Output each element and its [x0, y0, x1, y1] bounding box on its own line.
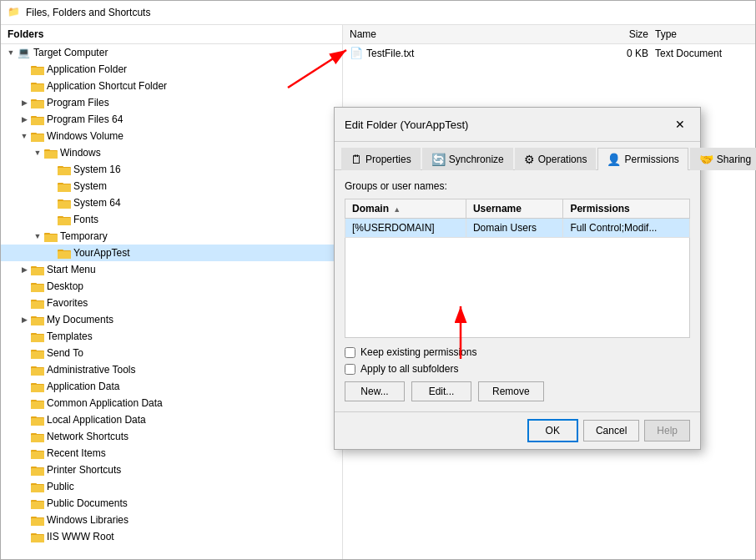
- tab-operations[interactable]: ⚙ Operations: [515, 148, 597, 170]
- keep-existing-checkbox[interactable]: [345, 347, 355, 358]
- modal-tabs: 🗒 Properties 🔄 Synchronize ⚙ Operations …: [335, 142, 700, 170]
- tree-item-common-application-data[interactable]: Common Application Data: [1, 395, 342, 411]
- tree-item-my-documents[interactable]: My Documents: [1, 311, 342, 328]
- tree-item-application-data[interactable]: Application Data: [1, 378, 342, 395]
- tree-label-administrative-tools: Administrative Tools: [47, 364, 136, 376]
- ok-button[interactable]: OK: [527, 419, 578, 442]
- tree-item-application-shortcut-folder[interactable]: Application Shortcut Folder: [1, 78, 342, 94]
- tree-item-network-shortcuts[interactable]: Network Shortcuts: [1, 428, 342, 445]
- tree-item-application-folder[interactable]: Application Folder: [1, 61, 342, 78]
- tree-item-local-application-data[interactable]: Local Application Data: [1, 411, 342, 428]
- file-icon: 📄: [350, 47, 363, 59]
- close-button[interactable]: ✕: [670, 114, 690, 134]
- help-button[interactable]: Help: [644, 420, 690, 441]
- domain-cell: [%USERDOMAIN]: [345, 219, 466, 238]
- remove-button[interactable]: Remove: [478, 381, 544, 401]
- tree-item-start-menu[interactable]: Start Menu: [1, 261, 342, 278]
- file-row[interactable]: 📄 TestFile.txt 0 KB Text Document: [343, 44, 755, 62]
- folder-icon-system-16: [58, 164, 73, 175]
- tree-arrow-target-computer[interactable]: [4, 46, 18, 59]
- tree-arrow-temporary[interactable]: [31, 230, 44, 243]
- sort-icon: ▲: [393, 205, 401, 214]
- folder-icon-application-data: [31, 381, 47, 392]
- apply-all-checkbox[interactable]: [345, 364, 355, 375]
- folder-icon-network-shortcuts: [31, 431, 47, 442]
- svg-rect-74: [31, 468, 44, 476]
- svg-rect-20: [58, 168, 71, 175]
- tree-label-templates: Templates: [47, 330, 93, 342]
- tree-item-public[interactable]: Public: [1, 478, 342, 495]
- tree-arrow-start-menu[interactable]: [18, 263, 31, 276]
- tree-item-windows-volume[interactable]: Windows Volume: [1, 128, 342, 144]
- synchronize-tab-icon: 🔄: [431, 153, 446, 166]
- tree-item-windows-libraries[interactable]: Windows Libraries: [1, 512, 342, 528]
- folder-icon-windows: [44, 147, 60, 159]
- keep-existing-row: Keep existing permissions: [345, 346, 690, 358]
- tree-item-administrative-tools[interactable]: Administrative Tools: [1, 361, 342, 378]
- folder-tree-panel: Folders 💻Target Computer Application Fol…: [1, 25, 343, 559]
- tree-item-templates[interactable]: Templates: [1, 328, 342, 345]
- folder-icon-my-documents: [31, 314, 47, 325]
- tree-item-send-to[interactable]: Send To: [1, 345, 342, 361]
- tree-item-favorites[interactable]: Favorites: [1, 295, 342, 311]
- tree-label-public-documents: Public Documents: [47, 497, 128, 509]
- svg-rect-47: [31, 318, 44, 325]
- svg-rect-32: [44, 235, 58, 242]
- keep-existing-label: Keep existing permissions: [360, 346, 476, 358]
- tree-item-yourapptest[interactable]: YourAppTest: [1, 245, 342, 261]
- svg-rect-65: [31, 418, 44, 426]
- folder-icon-printer-shortcuts: [31, 464, 47, 476]
- tab-properties[interactable]: 🗒 Properties: [341, 148, 421, 170]
- tree-arrow-my-documents[interactable]: [18, 313, 31, 326]
- tree-item-iis-www-root[interactable]: IIS WWW Root: [1, 528, 342, 545]
- tree-item-windows[interactable]: Windows: [1, 144, 342, 161]
- tree-label-favorites: Favorites: [47, 297, 88, 309]
- svg-rect-62: [31, 401, 44, 409]
- tree-item-desktop[interactable]: Desktop: [1, 278, 342, 295]
- tree-item-target-computer[interactable]: 💻Target Computer: [1, 44, 342, 61]
- tab-permissions[interactable]: 👤 Permissions: [597, 148, 688, 170]
- permissions-cell: Full Control;Modif...: [563, 219, 690, 238]
- tree-label-public: Public: [47, 481, 74, 492]
- permissions-table: Domain ▲ Username Permissions [%USERDOMA…: [345, 199, 690, 338]
- svg-rect-41: [31, 285, 44, 292]
- permissions-row[interactable]: [%USERDOMAIN] Domain Users Full Control;…: [345, 219, 690, 238]
- section-label: Groups or user names:: [345, 180, 690, 192]
- tree-item-temporary[interactable]: Temporary: [1, 228, 342, 245]
- apply-all-label: Apply to all subfolders: [360, 363, 458, 375]
- tree-item-system-64[interactable]: System 64: [1, 194, 342, 211]
- tree-item-printer-shortcuts[interactable]: Printer Shortcuts: [1, 462, 342, 478]
- tree-item-program-files-64[interactable]: Program Files 64: [1, 111, 342, 128]
- tree-label-system-16: System 16: [73, 164, 121, 175]
- new-button[interactable]: New...: [345, 381, 405, 401]
- tree-label-application-folder: Application Folder: [47, 63, 127, 75]
- tree-label-local-application-data: Local Application Data: [47, 414, 146, 426]
- username-cell: Domain Users: [466, 219, 563, 238]
- tab-sharing[interactable]: 🤝 Sharing: [690, 148, 756, 170]
- tree-label-my-documents: My Documents: [47, 314, 113, 325]
- folder-icon-yourapptest: [58, 247, 73, 259]
- tree-arrow-program-files[interactable]: [18, 96, 31, 109]
- folder-icon-windows-libraries: [31, 514, 47, 526]
- tree-item-program-files[interactable]: Program Files: [1, 94, 342, 111]
- tree-arrow-windows[interactable]: [31, 146, 44, 159]
- cancel-button[interactable]: Cancel: [583, 420, 639, 441]
- svg-rect-68: [31, 435, 44, 442]
- tree-arrow-windows-volume[interactable]: [18, 129, 31, 143]
- tree-item-system[interactable]: System: [1, 178, 342, 194]
- tree-item-public-documents[interactable]: Public Documents: [1, 495, 342, 512]
- tree-item-recent-items[interactable]: Recent Items: [1, 445, 342, 462]
- svg-rect-80: [31, 502, 44, 509]
- tab-synchronize[interactable]: 🔄 Synchronize: [422, 148, 513, 170]
- svg-rect-11: [31, 118, 44, 125]
- tree-arrow-program-files-64[interactable]: [18, 113, 31, 126]
- tree-label-start-menu: Start Menu: [47, 264, 96, 275]
- folder-icon-recent-items: [31, 447, 47, 459]
- operations-tab-icon: ⚙: [524, 153, 535, 166]
- window-title: Files, Folders and Shortcuts: [26, 7, 150, 18]
- edit-button[interactable]: Edit...: [411, 381, 471, 401]
- tree-item-fonts[interactable]: Fonts: [1, 211, 342, 228]
- svg-rect-29: [58, 218, 71, 225]
- edit-folder-dialog[interactable]: Edit Folder (YourAppTest) ✕ 🗒 Properties…: [334, 107, 701, 450]
- tree-item-system-16[interactable]: System 16: [1, 161, 342, 178]
